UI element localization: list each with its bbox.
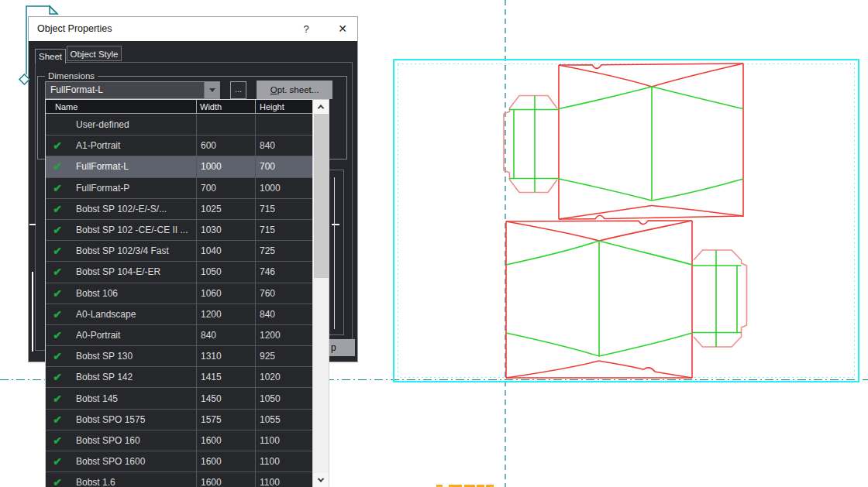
format-width: 1415 — [196, 367, 255, 387]
check-icon: ✔ — [46, 283, 69, 304]
hidden-control-edge — [32, 272, 33, 352]
format-name: Bobst SP 130 — [69, 346, 196, 366]
table-row[interactable]: ✔ Bobst SPO 160 1600 1100 — [46, 430, 312, 451]
check-icon: ✔ — [46, 241, 69, 261]
dialog-titlebar[interactable]: Object Properties ? ✕ — [29, 17, 357, 41]
format-width: 700 — [196, 178, 255, 198]
table-row[interactable]: User-defined — [46, 115, 312, 135]
format-height: 725 — [255, 241, 312, 261]
format-width: 1050 — [196, 262, 255, 282]
format-table-header: Name Width Height — [46, 100, 312, 114]
format-height: 1100 — [255, 472, 312, 487]
scrollbar-thumb[interactable] — [314, 114, 329, 278]
sheet-format-dropdown: Name Width Height User-defined ✔ A1-Port… — [45, 99, 329, 487]
check-icon: ✔ — [46, 430, 69, 451]
format-name: Bobst 106 — [69, 283, 196, 304]
table-row[interactable]: ✔ Bobst SP 104-E/-ER 1050 746 — [46, 262, 312, 283]
hidden-control-edge — [332, 224, 339, 225]
format-height: 1200 — [255, 325, 312, 345]
format-width: 1310 — [196, 346, 255, 366]
table-row[interactable]: ✔ Bobst 145 1450 1050 — [46, 388, 312, 409]
format-name: Bobst SP 142 — [69, 367, 196, 387]
scroll-up-button[interactable] — [313, 100, 329, 114]
table-row[interactable]: ✔ Bobst SP 102/3/4 Fast 1040 725 — [46, 241, 312, 262]
dialog-close-icon[interactable]: ✕ — [332, 17, 353, 41]
format-width: 1025 — [196, 199, 255, 219]
table-row[interactable]: ✔ Bobst SPO 1600 1600 1100 — [46, 451, 312, 472]
sheet-format-combobox[interactable]: FullFormat-L — [45, 81, 220, 99]
check-icon: ✔ — [46, 451, 69, 472]
format-height: 715 — [255, 199, 312, 219]
table-row[interactable]: ✔ Bobst SPO 1575 1575 1055 — [46, 410, 312, 430]
chevron-down-icon — [209, 88, 215, 92]
opt-sheet-button[interactable]: Opt. sheet... — [257, 81, 332, 99]
format-width: 1060 — [196, 283, 255, 304]
table-row[interactable]: ✔ A1-Portrait 600 840 — [46, 135, 312, 156]
vertical-scrollbar[interactable] — [312, 100, 329, 487]
format-width: 1575 — [196, 410, 255, 430]
table-row[interactable]: ✔ Bobst SP 102/-E/-S/... 1025 715 — [46, 199, 312, 220]
dieline-blank-bottom[interactable] — [506, 221, 747, 378]
format-name: Bobst SPO 1575 — [69, 410, 196, 430]
check-icon: ✔ — [46, 346, 69, 366]
diamond-handle-icon[interactable] — [19, 74, 30, 85]
table-row[interactable]: ✔ Bobst SP 102 -CE/-CE II ... 1030 715 — [46, 220, 312, 241]
sheet-format-value: FullFormat-L — [50, 84, 103, 95]
application-window: Object Properties ? ✕ Sheet Object Style… — [0, 0, 868, 487]
check-icon: ✔ — [46, 262, 69, 282]
table-row[interactable]: ✔ A0-Portrait 840 1200 — [46, 325, 312, 346]
tab-object-style[interactable]: Object Style — [67, 46, 122, 61]
format-height: 715 — [255, 220, 312, 240]
format-height: 760 — [255, 283, 312, 304]
chevron-down-icon — [318, 475, 324, 482]
format-name: FullFormat-P — [69, 178, 196, 198]
format-name: Bobst SP 102 -CE/-CE II ... — [69, 220, 196, 240]
format-name: Bobst 1.6 — [69, 472, 196, 487]
format-name: A0-Landscape — [69, 304, 196, 324]
format-name: Bobst SP 102/-E/-S/... — [69, 199, 196, 219]
dieline-blank-top[interactable] — [504, 63, 743, 219]
format-height: 840 — [255, 304, 312, 324]
check-icon: ✔ — [46, 304, 69, 324]
table-row[interactable]: ✔ FullFormat-P 700 1000 — [46, 178, 312, 199]
format-width: 1200 — [196, 304, 255, 324]
format-height: 700 — [255, 156, 312, 177]
column-header-width[interactable]: Width — [196, 100, 255, 113]
format-width: 1600 — [196, 472, 255, 487]
table-row[interactable]: ✔ A0-Landscape 1200 840 — [46, 304, 312, 325]
column-header-height[interactable]: Height — [255, 100, 312, 113]
check-icon: ✔ — [46, 325, 69, 345]
format-width: 1040 — [196, 241, 255, 261]
format-name: A1-Portrait — [69, 135, 196, 156]
table-row[interactable]: ✔ Bobst SP 142 1415 1020 — [46, 367, 312, 388]
check-icon: ✔ — [46, 388, 69, 408]
column-header-name[interactable]: Name — [46, 100, 196, 113]
sheet-corner-fold-icon — [50, 6, 57, 14]
check-icon: ✔ — [46, 410, 69, 430]
browse-button[interactable]: ... — [230, 81, 246, 99]
format-width: 840 — [196, 325, 255, 345]
format-name: A0-Portrait — [69, 325, 196, 345]
format-height — [255, 115, 312, 135]
check-icon: ✔ — [46, 156, 69, 177]
scroll-down-button[interactable] — [313, 473, 329, 487]
table-row[interactable]: ✔ Bobst SP 130 1310 925 — [46, 346, 312, 367]
format-name: Bobst SP 102/3/4 Fast — [69, 241, 196, 261]
format-width — [196, 115, 255, 135]
hidden-control-edge — [29, 224, 36, 225]
dialog-title: Object Properties — [37, 23, 112, 34]
dialog-help-icon[interactable]: ? — [296, 17, 316, 41]
table-row[interactable]: ✔ FullFormat-L 1000 700 — [46, 156, 312, 177]
table-row[interactable]: ✔ Bobst 1.6 1600 1100 — [46, 472, 312, 487]
format-name: Bobst SP 104-E/-ER — [69, 262, 196, 282]
check-icon: ✔ — [46, 220, 69, 240]
hidden-control-edge — [334, 177, 335, 329]
tab-sheet[interactable]: Sheet — [35, 49, 66, 63]
format-name: Bobst 145 — [69, 388, 196, 408]
combobox-dropdown-button[interactable] — [204, 82, 219, 98]
format-name: User-defined — [69, 115, 196, 135]
check-icon: ✔ — [46, 367, 69, 387]
format-height: 746 — [255, 262, 312, 282]
table-row[interactable]: ✔ Bobst 106 1060 760 — [46, 283, 312, 304]
check-icon: ✔ — [46, 199, 69, 219]
